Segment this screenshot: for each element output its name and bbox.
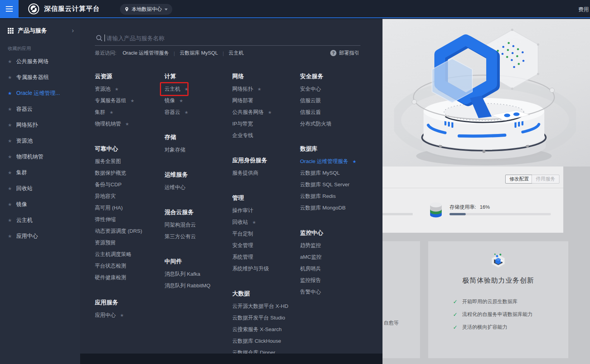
menu-item[interactable]: 服务提供商 [232, 167, 288, 179]
menu-item[interactable]: 告警中心 [300, 286, 356, 298]
menu-section-title: 数据库 [300, 143, 356, 155]
menu-item[interactable]: 趋势监控 [300, 240, 356, 251]
menu-item[interactable]: 操作审计 [232, 205, 288, 216]
menu-item[interactable]: 数据保护概览 [95, 167, 142, 179]
menu-item[interactable]: 专属服务器组★ [95, 95, 142, 106]
sidebar-item[interactable]: ★容器云 [0, 101, 80, 117]
menu-item[interactable]: 回收站★ [232, 216, 288, 228]
menu-item[interactable]: 服务全景图 [95, 156, 142, 167]
menu-item[interactable]: 对象存储 [165, 144, 211, 156]
favorite-star-icon[interactable]: ★ [110, 110, 113, 115]
favorite-star-icon[interactable]: ★ [125, 122, 129, 127]
favorite-star-icon[interactable]: ★ [252, 220, 256, 225]
menu-item[interactable]: 网络部署 [232, 95, 288, 106]
menu-item[interactable]: 物理机纳管★ [95, 118, 142, 130]
favorite-star-icon[interactable]: ★ [115, 87, 119, 92]
menu-item[interactable]: 云数据库 ClickHouse [232, 335, 288, 347]
menu-item[interactable]: 系统维护与升级 [232, 263, 288, 275]
menu-item[interactable]: 安全管理 [232, 240, 288, 251]
menu-item[interactable]: 系统管理 [232, 251, 288, 263]
menu-item[interactable]: 消息队列 Kafka [165, 268, 211, 280]
menu-item[interactable]: 云数据库 Redis [300, 191, 356, 202]
favorite-star-icon[interactable]: ★ [257, 87, 261, 92]
menu-item[interactable]: 资源预留 [95, 237, 142, 249]
favorite-star-icon: ★ [8, 218, 16, 223]
menu-item[interactable]: 公共服务网络★ [232, 106, 288, 118]
sidebar-item[interactable]: ★资源池 [0, 133, 80, 149]
menu-item[interactable]: 安全中心 [300, 83, 356, 95]
favorites-section-label: 收藏的应用 [8, 45, 80, 52]
menu-item[interactable]: 平台定制 [232, 228, 288, 240]
menu-item[interactable]: 消息队列 RabbitMQ [165, 280, 211, 292]
fee-link[interactable]: 费用 [578, 6, 589, 13]
menu-item[interactable]: 机房哨兵 [300, 263, 356, 275]
sidebar-item-products-services[interactable]: 产品与服务 › [0, 22, 80, 39]
menu-item[interactable]: 云数据库 MySQL [300, 167, 356, 179]
menu-item[interactable]: 云数据开发平台 Studio [232, 312, 288, 324]
sidebar-item[interactable]: ★公共服务网络 [0, 53, 80, 69]
sidebar-item[interactable]: ★云主机 [0, 212, 80, 228]
sidebar-item[interactable]: ★镜像 [0, 196, 80, 212]
sidebar-item[interactable]: ★物理机纳管 [0, 149, 80, 165]
favorite-star-icon[interactable]: ★ [179, 98, 183, 103]
stop-service-button[interactable]: 停用服务 [532, 175, 559, 184]
modify-config-button[interactable]: 修改配置 [505, 175, 533, 184]
menu-item[interactable]: 云主机★ [165, 83, 211, 95]
menu-item[interactable]: Oracle 运维管理服务★ [300, 156, 356, 167]
favorite-star-icon[interactable]: ★ [185, 87, 189, 92]
menu-item[interactable]: 云主机调度策略 [95, 249, 142, 260]
menu-item[interactable]: 云数据仓库 Dipper [232, 347, 288, 354]
menu-item[interactable]: 硬件健康检测 [95, 272, 142, 283]
favorite-star-icon[interactable]: ★ [268, 110, 272, 115]
menu-item[interactable]: 容器云★ [165, 106, 211, 118]
datacenter-selector[interactable]: 本地数据中心 [120, 4, 172, 15]
service-detail-card: 修改配置 停用服务 存储使用率: 16% [382, 167, 563, 233]
menu-item[interactable]: 备份与CDP [95, 179, 142, 191]
sidebar-item[interactable]: ★Oracle 运维管理... [0, 85, 80, 101]
menu-item[interactable]: 运维中心 [165, 182, 211, 193]
menu-item[interactable]: IP与带宽 [232, 118, 288, 130]
menu-item[interactable]: 平台状态检测 [95, 260, 142, 272]
background-page: 修改配置 停用服务 存储使用率: 16% 自愈等 [382, 19, 590, 364]
sidebar-item[interactable]: ★回收站 [0, 180, 80, 196]
menu-item[interactable]: 资源池★ [95, 83, 142, 95]
menu-item-label: 消息队列 RabbitMQ [165, 282, 211, 289]
menu-item[interactable]: 镜像★ [165, 95, 211, 106]
menu-item[interactable]: 高可用 (HA) [95, 202, 142, 214]
menu-item[interactable]: 监控报告 [300, 275, 356, 286]
illustration-area [382, 19, 590, 167]
menu-item[interactable]: 信服云眼 [300, 95, 356, 106]
menu-item[interactable]: 弹性伸缩 [95, 214, 142, 225]
menu-item-label: 系统管理 [232, 254, 253, 261]
menu-item[interactable]: 第三方公有云 [165, 231, 211, 242]
hamburger-menu-button[interactable] [0, 0, 19, 18]
menu-item[interactable]: 云开源大数据平台 X-HD [232, 300, 288, 312]
sidebar-item[interactable]: ★集群 [0, 165, 80, 180]
menu-item-label: 系统维护与升级 [232, 265, 269, 272]
menu-item[interactable]: 同架构混合云 [165, 219, 211, 231]
menu-item-label: 资源池 [95, 86, 111, 93]
favorite-star-icon[interactable]: ★ [353, 159, 357, 164]
menu-item[interactable]: 集群★ [95, 106, 142, 118]
sidebar-item[interactable]: ★网络拓扑 [0, 117, 80, 133]
menu-item-label: 第三方公有云 [165, 233, 196, 240]
favorite-star-icon[interactable]: ★ [185, 110, 189, 115]
menu-item[interactable]: 云数据库 SQL Server [300, 179, 356, 191]
favorite-star-icon[interactable]: ★ [130, 98, 134, 103]
menu-item[interactable]: 分布式防火墙 [300, 118, 356, 130]
menu-item[interactable]: 云搜索服务 X-Search [232, 324, 288, 335]
menu-item[interactable]: 网络拓扑★ [232, 83, 288, 95]
menu-item[interactable]: 云数据库 MongoDB [300, 202, 356, 214]
menu-item[interactable]: 信服云盾 [300, 106, 356, 118]
sidebar-item[interactable]: ★专属服务器组 [0, 69, 80, 85]
sidebar-item[interactable]: ★应用中心 [0, 228, 80, 244]
menu-item-label: 备份与CDP [95, 181, 122, 188]
sidebar-item-label: 专属服务器组 [16, 74, 49, 81]
favorite-star-icon: ★ [8, 186, 16, 191]
favorite-star-icon[interactable]: ★ [120, 313, 124, 318]
menu-item[interactable]: 企业专线 [232, 130, 288, 141]
menu-item[interactable]: 应用中心★ [95, 309, 142, 321]
menu-item[interactable]: aMC监控 [300, 251, 356, 263]
menu-item[interactable]: 异地容灾 [95, 191, 142, 202]
menu-item[interactable]: 动态资源调度 (DRS) [95, 225, 142, 237]
